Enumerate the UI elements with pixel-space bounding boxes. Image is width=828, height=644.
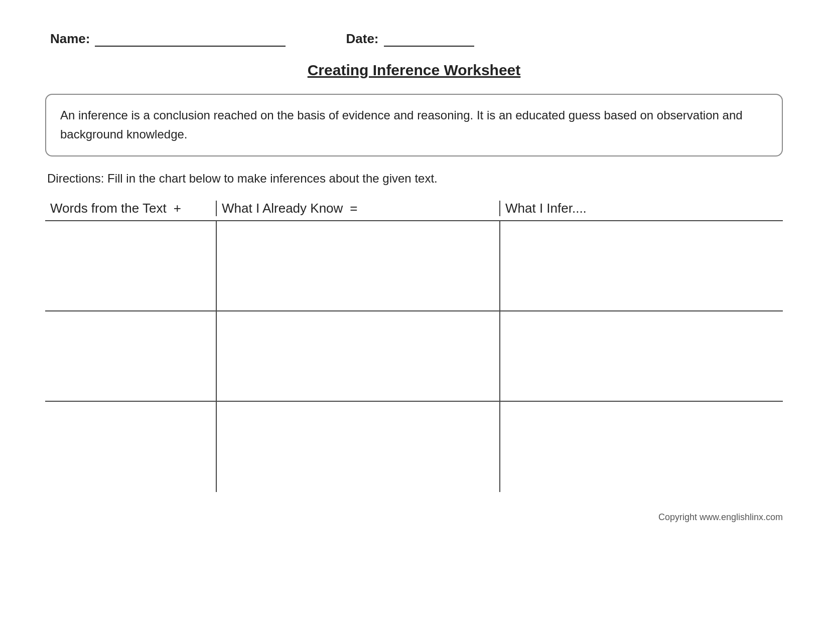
col3-header: What I Infer.... [499,201,783,216]
chart-row-1 [45,221,783,311]
col2-header-label: What I Already Know [222,201,343,216]
date-underline [384,30,474,47]
col3-header-label: What I Infer.... [505,201,587,216]
chart-cell-2-3 [499,311,783,402]
directions-text: Directions: Fill in the chart below to m… [45,172,783,186]
chart-row-3 [45,402,783,492]
chart-cell-3-3 [499,402,783,492]
definition-box: An inference is a conclusion reached on … [45,94,783,156]
name-label: Name: [50,31,90,47]
chart-cell-1-3 [499,221,783,311]
header-row: Name: Date: [40,30,788,47]
chart-cell-3-2 [216,402,499,492]
worksheet-title: Creating Inference Worksheet [40,62,788,79]
col2-symbol: = [350,201,357,216]
col1-header-label: Words from the Text [50,201,167,216]
chart-cell-1-2 [216,221,499,311]
col1-symbol: + [174,201,181,216]
chart-cell-3-1 [45,402,216,492]
chart-header: Words from the Text + What I Already Kno… [45,201,783,221]
col2-header: What I Already Know = [216,201,499,216]
name-field: Name: [50,30,286,47]
name-underline [95,30,286,47]
chart-cell-1-1 [45,221,216,311]
definition-text: An inference is a conclusion reached on … [60,108,743,141]
chart-cell-2-2 [216,311,499,402]
copyright-text: Copyright www.englishlinx.com [40,512,788,523]
col1-header: Words from the Text + [45,201,216,216]
date-label: Date: [346,31,378,47]
chart-row-2 [45,311,783,402]
chart-container: Words from the Text + What I Already Kno… [45,201,783,492]
date-field: Date: [346,30,474,47]
chart-cell-2-1 [45,311,216,402]
